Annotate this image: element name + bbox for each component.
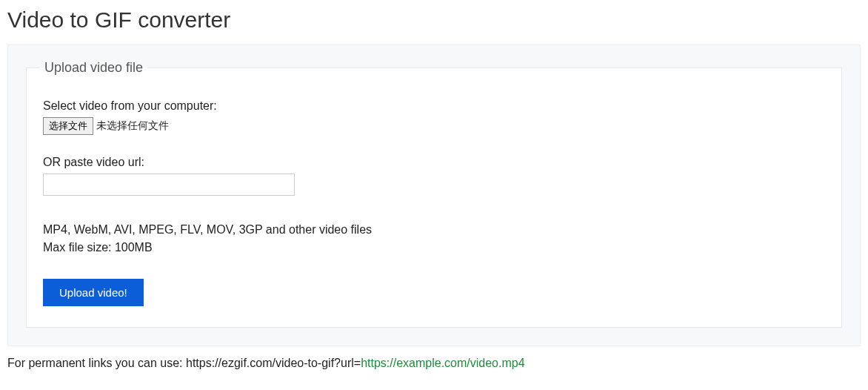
permalink-hint: For permanent links you can use: https:/… <box>7 357 861 370</box>
page-title: Video to GIF converter <box>7 7 861 33</box>
file-status-text: 未选择任何文件 <box>96 119 169 133</box>
upload-panel: Upload video file Select video from your… <box>7 44 861 346</box>
upload-fieldset: Upload video file Select video from your… <box>26 60 842 328</box>
max-size-text: Max file size: 100MB <box>43 239 825 257</box>
hint-block: MP4, WebM, AVI, MPEG, FLV, MOV, 3GP and … <box>43 221 825 257</box>
url-block: OR paste video url: <box>43 156 825 196</box>
video-url-input[interactable] <box>43 173 295 196</box>
file-select-block: Select video from your computer: 选择文件 未选… <box>43 99 825 135</box>
file-select-label: Select video from your computer: <box>43 99 825 113</box>
upload-video-button[interactable]: Upload video! <box>43 279 144 306</box>
file-input-row: 选择文件 未选择任何文件 <box>43 117 825 135</box>
choose-file-button[interactable]: 选择文件 <box>43 117 93 135</box>
supported-formats-text: MP4, WebM, AVI, MPEG, FLV, MOV, 3GP and … <box>43 221 825 239</box>
url-label: OR paste video url: <box>43 156 825 169</box>
fieldset-legend: Upload video file <box>40 60 147 76</box>
permalink-prefix: For permanent links you can use: https:/… <box>7 357 361 369</box>
permalink-example-url: https://example.com/video.mp4 <box>361 357 524 369</box>
